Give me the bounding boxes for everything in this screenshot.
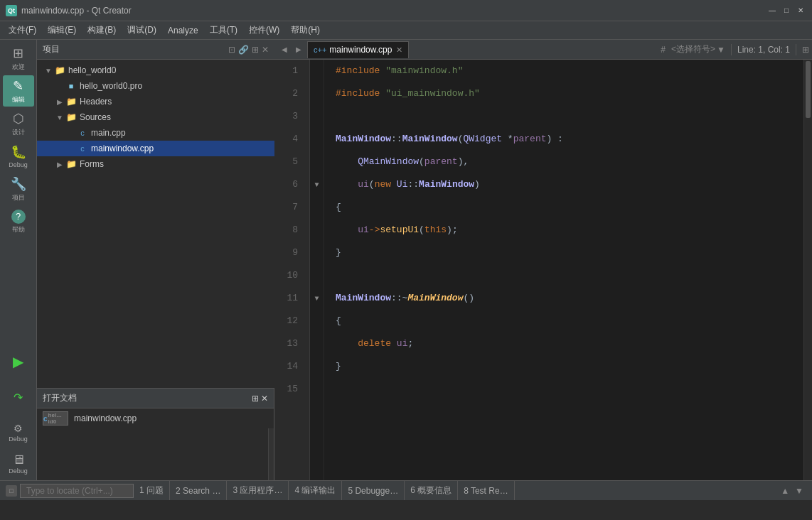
folder-icon-sources: 📁 xyxy=(65,112,77,123)
editor-scrollbar[interactable] xyxy=(803,60,812,480)
link-icon[interactable]: 🔗 xyxy=(238,45,249,55)
kw-include-2: #include xyxy=(336,82,385,105)
tree-item-mainwindow[interactable]: c mainwindow.cpp xyxy=(37,141,274,156)
kw-this: this xyxy=(424,219,447,242)
open-docs-title: 打开文档 xyxy=(43,392,252,404)
status-section-summary[interactable]: 6 概要信息 xyxy=(405,481,458,500)
tree-item-pro[interactable]: ■ hello_world0.pro xyxy=(37,78,274,94)
fold-14 xyxy=(310,355,324,378)
fold-7 xyxy=(310,196,324,219)
symbol-dropdown[interactable]: <选择符号> ▼ xyxy=(671,43,725,55)
code-line-1: #include "mainwindow.h" xyxy=(336,60,803,82)
tab-mainwindow[interactable]: c++ mainwindow.cpp ✕ xyxy=(307,41,409,58)
fold-13 xyxy=(310,332,324,355)
hash-symbol[interactable]: # xyxy=(661,45,666,55)
code-line-11: MainWindow::~MainWindow() xyxy=(336,287,803,310)
maximize-button[interactable]: □ xyxy=(781,5,792,16)
fold-15 xyxy=(310,378,324,401)
scrollbar-thumb xyxy=(806,61,811,118)
open-docs-scrollbar[interactable] xyxy=(37,428,274,480)
welcome-icon: ⊞ xyxy=(13,45,23,61)
tree-item-root[interactable]: ▼ 📁 hello_world0 xyxy=(37,63,274,78)
fold-10 xyxy=(310,264,324,287)
minimize-button[interactable]: — xyxy=(766,5,778,16)
menu-controls[interactable]: 控件(W) xyxy=(243,21,285,39)
tree-label-root: hello_world0 xyxy=(68,65,116,75)
status-arrow-down[interactable]: ▼ xyxy=(792,486,806,496)
status-section-app[interactable]: 3 应用程序… xyxy=(227,481,289,500)
open-docs-panel: 打开文档 ⊞ ✕ chel…ld0 mainwindow.cpp xyxy=(37,388,274,480)
status-section-issues[interactable]: 1 问题 xyxy=(134,481,170,500)
fold-1 xyxy=(310,60,324,82)
code-line-2: #include "ui_mainwindow.h" xyxy=(336,82,803,105)
sidebar-btn-help[interactable]: ? 帮助 xyxy=(3,206,34,237)
sidebar-btn-debug[interactable]: 🐛 Debug xyxy=(3,141,34,172)
menu-tools[interactable]: 工具(T) xyxy=(204,21,243,39)
status-section-debugout[interactable]: 5 Debugge… xyxy=(342,481,405,500)
tree-label-headers: Headers xyxy=(80,97,112,107)
expand-docs-icon[interactable]: ⊞ xyxy=(252,394,259,403)
expand-editor-btn[interactable]: ⊞ xyxy=(802,45,809,55)
fold-arrows-column: ▼ ▼ xyxy=(310,60,324,480)
open-doc-item[interactable]: chel…ld0 mainwindow.cpp xyxy=(37,408,274,428)
sidebar-btn-edit[interactable]: ✎ 编辑 xyxy=(3,75,34,107)
tab-nav-next[interactable]: ▶ xyxy=(292,43,306,57)
tree-label-mainwindow: mainwindow.cpp xyxy=(91,143,154,153)
type-qmainwindow: QMainWindow xyxy=(358,151,419,173)
code-line-13: delete ui; xyxy=(336,332,803,355)
close-button[interactable]: ✕ xyxy=(795,5,806,16)
menu-edit[interactable]: 编辑(E) xyxy=(42,21,82,39)
folder-icon-root: 📁 xyxy=(54,65,65,76)
tree-item-sources[interactable]: ▼ 📁 Sources xyxy=(37,109,274,125)
sidebar-btn-welcome[interactable]: ⊞ 欢迎 xyxy=(3,43,34,74)
status-section-compile[interactable]: 4 编译输出 xyxy=(289,481,342,500)
class-mw3: MainWindow xyxy=(336,287,391,310)
compile-label: 4 编译输出 xyxy=(294,484,336,497)
sidebar-btn-design[interactable]: ⬡ 设计 xyxy=(3,108,34,139)
debug-icon: 🐛 xyxy=(11,144,26,160)
status-arrow-up[interactable]: ▲ xyxy=(778,486,792,496)
fold-2 xyxy=(310,82,324,105)
menu-help[interactable]: 帮助(H) xyxy=(285,21,326,39)
status-section-search[interactable]: 2 Search … xyxy=(170,481,227,500)
status-section-test[interactable]: 8 Test Re… xyxy=(458,481,514,500)
fold-6[interactable]: ▼ xyxy=(310,173,324,196)
menu-debug[interactable]: 调试(D) xyxy=(122,21,162,39)
tree-item-headers[interactable]: ▶ 📁 Headers xyxy=(37,94,274,109)
open-docs-icons: ⊞ ✕ xyxy=(252,394,268,403)
tab-close-btn[interactable]: ✕ xyxy=(396,45,402,55)
fold-8 xyxy=(310,219,324,242)
sidebar-label-debug: Debug xyxy=(9,161,28,168)
tree-item-forms[interactable]: ▶ 📁 Forms xyxy=(37,156,274,172)
tab-nav-prev[interactable]: ◀ xyxy=(277,43,292,57)
menu-analyze[interactable]: Analyze xyxy=(162,21,204,39)
status-indicator: □ xyxy=(6,485,17,497)
menu-build[interactable]: 构建(B) xyxy=(82,21,122,39)
tree-arrow-sources: ▼ xyxy=(54,114,65,121)
locate-input[interactable] xyxy=(20,484,134,498)
line-num-11: 11 xyxy=(274,287,304,310)
menu-file[interactable]: 文件(F) xyxy=(3,21,42,39)
line-num-1: 1 xyxy=(274,60,304,82)
toolbar-sep1 xyxy=(731,44,732,55)
debug-monitor-icon: 🖥 xyxy=(12,453,25,467)
doc-filename: mainwindow.cpp xyxy=(74,413,137,423)
filter-icon[interactable]: ⊡ xyxy=(228,45,235,55)
fold-9 xyxy=(310,242,324,264)
build-button[interactable]: ⚙ Debug xyxy=(3,417,34,448)
run-button[interactable]: ▶ xyxy=(3,346,34,377)
sidebar-btn-project[interactable]: 🔧 项目 xyxy=(3,173,34,205)
help-icon: ? xyxy=(11,210,26,224)
step-button[interactable]: ↷ xyxy=(3,381,34,413)
fold-3 xyxy=(310,105,324,128)
code-editor: 1 2 3 4 5 6 7 8 9 10 11 12 13 14 15 xyxy=(274,60,812,480)
tree-item-maincpp[interactable]: c main.cpp xyxy=(37,125,274,141)
maximize-panel-icon[interactable]: ⊞ xyxy=(252,45,259,55)
close-panel-icon[interactable]: ✕ xyxy=(262,45,269,55)
fold-11[interactable]: ▼ xyxy=(310,287,324,310)
project-header-icons: ⊡ 🔗 ⊞ ✕ xyxy=(228,45,269,55)
close-docs-icon[interactable]: ✕ xyxy=(261,394,268,403)
param-parent2: parent xyxy=(424,151,458,173)
kw-delete: delete xyxy=(358,332,391,355)
code-content[interactable]: #include "mainwindow.h" #include "ui_mai… xyxy=(324,60,803,480)
